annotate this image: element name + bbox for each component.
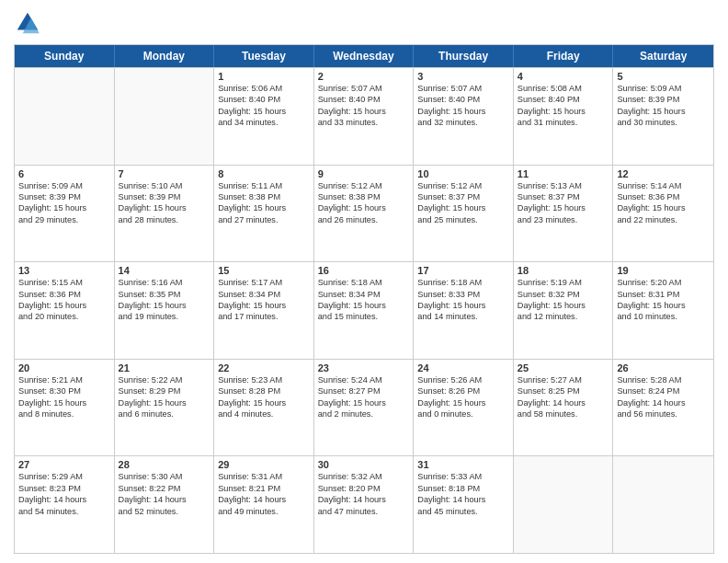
cell-line: and 4 minutes.: [218, 408, 310, 419]
calendar-cell: 8Sunrise: 5:11 AMSunset: 8:38 PMDaylight…: [214, 166, 314, 262]
calendar-cell: [613, 456, 713, 553]
cell-line: Sunset: 8:34 PM: [218, 289, 310, 300]
cell-line: and 32 minutes.: [417, 117, 509, 128]
day-number: 15: [218, 265, 310, 276]
cell-line: Sunrise: 5:11 AM: [218, 180, 310, 191]
calendar-cell: 17Sunrise: 5:18 AMSunset: 8:33 PMDayligh…: [414, 262, 514, 359]
cell-line: Sunrise: 5:16 AM: [119, 277, 210, 288]
calendar-cell: 16Sunrise: 5:18 AMSunset: 8:34 PMDayligh…: [314, 262, 415, 359]
cell-line: and 17 minutes.: [218, 311, 310, 322]
cell-line: Sunrise: 5:09 AM: [617, 83, 710, 94]
calendar-cell: 14Sunrise: 5:16 AMSunset: 8:35 PMDayligh…: [115, 262, 215, 359]
day-number: 30: [318, 459, 410, 470]
cell-line: and 47 minutes.: [318, 506, 410, 517]
day-number: 21: [119, 362, 210, 373]
cell-line: and 26 minutes.: [318, 214, 410, 225]
cell-line: Sunrise: 5:21 AM: [18, 374, 110, 385]
calendar-cell: 29Sunrise: 5:31 AMSunset: 8:21 PMDayligh…: [214, 456, 314, 553]
cell-line: Sunrise: 5:12 AM: [318, 180, 410, 191]
calendar-cell: [15, 68, 115, 165]
cell-line: Sunset: 8:23 PM: [18, 483, 110, 494]
header-day-friday: Friday: [514, 45, 614, 67]
cell-line: Daylight: 14 hours: [318, 494, 410, 505]
cell-line: Sunset: 8:35 PM: [119, 289, 210, 300]
cell-line: Sunset: 8:20 PM: [318, 483, 410, 494]
calendar-row-2: 13Sunrise: 5:15 AMSunset: 8:36 PMDayligh…: [15, 261, 713, 359]
day-number: 8: [218, 168, 310, 179]
cell-line: Sunrise: 5:32 AM: [318, 471, 410, 482]
cell-line: Daylight: 15 hours: [617, 202, 710, 213]
cell-line: Daylight: 15 hours: [417, 202, 509, 213]
cell-line: Sunrise: 5:30 AM: [119, 471, 210, 482]
cell-line: and 30 minutes.: [617, 117, 710, 128]
calendar-cell: 24Sunrise: 5:26 AMSunset: 8:26 PMDayligh…: [414, 360, 514, 456]
cell-line: Sunrise: 5:29 AM: [18, 471, 110, 482]
cell-line: Daylight: 15 hours: [318, 300, 410, 311]
header-day-saturday: Saturday: [613, 45, 713, 67]
day-number: 26: [617, 362, 710, 373]
cell-line: Sunset: 8:28 PM: [218, 385, 310, 396]
cell-line: Daylight: 15 hours: [18, 300, 110, 311]
cell-line: and 8 minutes.: [18, 408, 110, 419]
day-number: 31: [417, 459, 509, 470]
cell-line: Sunrise: 5:08 AM: [518, 83, 609, 94]
day-number: 12: [617, 168, 710, 179]
cell-line: and 10 minutes.: [617, 311, 710, 322]
cell-line: Daylight: 15 hours: [318, 202, 410, 213]
day-number: 9: [318, 168, 410, 179]
calendar-row-3: 20Sunrise: 5:21 AMSunset: 8:30 PMDayligh…: [15, 359, 713, 456]
day-number: 6: [18, 168, 110, 179]
cell-line: Sunset: 8:38 PM: [318, 191, 410, 202]
cell-line: Daylight: 15 hours: [417, 106, 509, 117]
cell-line: Daylight: 15 hours: [218, 397, 310, 408]
cell-line: and 27 minutes.: [218, 214, 310, 225]
cell-line: Sunset: 8:30 PM: [18, 385, 110, 396]
cell-line: Daylight: 14 hours: [518, 397, 609, 408]
calendar-cell: 19Sunrise: 5:20 AMSunset: 8:31 PMDayligh…: [613, 262, 713, 359]
cell-line: Daylight: 14 hours: [119, 494, 210, 505]
cell-line: Sunset: 8:40 PM: [518, 94, 609, 105]
page: SundayMondayTuesdayWednesdayThursdayFrid…: [0, 0, 728, 563]
cell-line: Daylight: 14 hours: [18, 494, 110, 505]
cell-line: Sunset: 8:36 PM: [18, 289, 110, 300]
cell-line: Sunrise: 5:27 AM: [518, 374, 609, 385]
cell-line: and 12 minutes.: [518, 311, 609, 322]
cell-line: Sunrise: 5:22 AM: [119, 374, 210, 385]
calendar-row-4: 27Sunrise: 5:29 AMSunset: 8:23 PMDayligh…: [15, 455, 713, 553]
header: [14, 9, 714, 37]
day-number: 17: [417, 265, 509, 276]
cell-line: Sunset: 8:39 PM: [119, 191, 210, 202]
day-number: 23: [318, 362, 410, 373]
calendar-cell: 12Sunrise: 5:14 AMSunset: 8:36 PMDayligh…: [613, 166, 713, 262]
cell-line: Daylight: 15 hours: [218, 202, 310, 213]
cell-line: Daylight: 15 hours: [18, 397, 110, 408]
calendar-cell: 15Sunrise: 5:17 AMSunset: 8:34 PMDayligh…: [214, 262, 314, 359]
cell-line: Daylight: 15 hours: [318, 106, 410, 117]
header-day-sunday: Sunday: [15, 45, 115, 67]
cell-line: and 45 minutes.: [417, 506, 509, 517]
calendar-cell: 28Sunrise: 5:30 AMSunset: 8:22 PMDayligh…: [115, 456, 215, 553]
cell-line: Sunset: 8:40 PM: [318, 94, 410, 105]
calendar-cell: 7Sunrise: 5:10 AMSunset: 8:39 PMDaylight…: [115, 166, 215, 262]
cell-line: Sunset: 8:29 PM: [119, 385, 210, 396]
day-number: 10: [417, 168, 509, 179]
cell-line: Sunset: 8:25 PM: [518, 385, 609, 396]
day-number: 16: [318, 265, 410, 276]
cell-line: Sunset: 8:24 PM: [617, 385, 710, 396]
cell-line: Daylight: 15 hours: [518, 202, 609, 213]
calendar-cell: 13Sunrise: 5:15 AMSunset: 8:36 PMDayligh…: [15, 262, 115, 359]
cell-line: and 19 minutes.: [119, 311, 210, 322]
cell-line: Daylight: 15 hours: [218, 106, 310, 117]
day-number: 4: [518, 71, 609, 82]
calendar-cell: 25Sunrise: 5:27 AMSunset: 8:25 PMDayligh…: [514, 360, 614, 456]
cell-line: Daylight: 15 hours: [617, 300, 710, 311]
calendar-cell: [514, 456, 614, 553]
calendar-cell: 5Sunrise: 5:09 AMSunset: 8:39 PMDaylight…: [613, 68, 713, 165]
calendar-cell: 2Sunrise: 5:07 AMSunset: 8:40 PMDaylight…: [314, 68, 415, 165]
calendar-cell: 31Sunrise: 5:33 AMSunset: 8:18 PMDayligh…: [414, 456, 514, 553]
cell-line: Sunrise: 5:13 AM: [518, 180, 609, 191]
day-number: 11: [518, 168, 609, 179]
cell-line: and 34 minutes.: [218, 117, 310, 128]
cell-line: Sunrise: 5:18 AM: [318, 277, 410, 288]
cell-line: and 22 minutes.: [617, 214, 710, 225]
